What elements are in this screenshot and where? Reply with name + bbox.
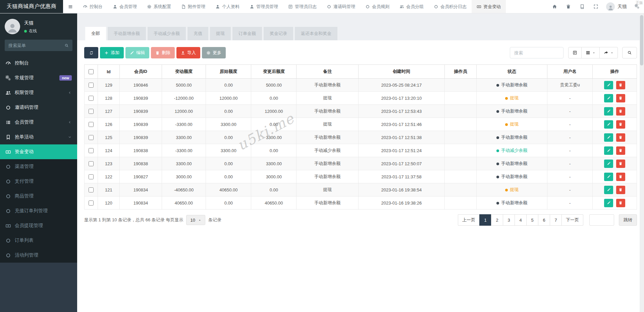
columns-button[interactable] (582, 47, 600, 58)
pagination-page[interactable]: 2 (491, 214, 503, 226)
row-edit-button[interactable] (604, 81, 613, 89)
sidebar-item[interactable]: 支付管理 (0, 174, 77, 189)
pagination-page[interactable]: 1 (479, 214, 491, 226)
row-checkbox[interactable] (89, 109, 94, 114)
topnav-item[interactable]: 控制台 (78, 0, 108, 13)
table-row[interactable]: 120 190834 40650.00 0.00 40650.00 手动新增余额… (85, 196, 637, 210)
tab[interactable]: 奖金记录 (264, 27, 293, 40)
row-checkbox[interactable] (89, 174, 94, 179)
sidebar-search-input[interactable] (8, 43, 64, 48)
row-checkbox[interactable] (89, 83, 94, 88)
row-checkbox[interactable] (89, 161, 94, 166)
sidebar-item[interactable]: 会员提现管理 (0, 218, 77, 233)
sidebar-item[interactable]: 渠道管理 (0, 159, 77, 174)
row-delete-button[interactable] (616, 186, 625, 194)
jump-page-input[interactable] (589, 214, 614, 226)
table-row[interactable]: 127 190839 12000.00 0.00 12000.00 手动新增余额… (85, 105, 637, 118)
topnav-item[interactable]: 个人资料 (210, 0, 245, 13)
row-delete-button[interactable] (616, 146, 625, 155)
row-edit-button[interactable] (604, 107, 613, 116)
search-submit-button[interactable] (622, 47, 637, 58)
scrollbar-thumb[interactable] (640, 15, 643, 65)
row-edit-button[interactable] (604, 186, 613, 194)
row-checkbox[interactable] (89, 148, 94, 153)
row-delete-button[interactable] (616, 173, 625, 181)
sidebar-item[interactable]: 邀请码管理 (0, 100, 77, 115)
add-button[interactable]: 添加 (100, 47, 124, 58)
tab[interactable]: 手动新增余额 (108, 27, 146, 40)
table-row[interactable]: 129 190846 5000.00 0.00 5000.00 手动新增余额 2… (85, 79, 637, 92)
refresh-button[interactable] (84, 47, 98, 58)
row-delete-button[interactable] (616, 199, 625, 207)
row-edit-button[interactable] (604, 94, 613, 102)
topnav-item[interactable]: 会员管理 (108, 0, 142, 13)
select-all-checkbox[interactable] (89, 69, 94, 74)
pagination-next[interactable]: 下一页 (561, 214, 583, 226)
sidebar-item[interactable]: 抢单活动 (0, 130, 77, 144)
sidebar-item[interactable]: 常规管理 new (0, 71, 77, 85)
table-row[interactable]: 126 190839 -3300.00 3300.00 0.00 提现 2023… (85, 118, 637, 131)
pagination-page[interactable]: 3 (503, 214, 515, 226)
table-row[interactable]: 124 190838 -3300.00 3300.00 0.00 手动减少余额 … (85, 144, 637, 157)
row-delete-button[interactable] (616, 94, 625, 102)
table-search-input[interactable] (510, 47, 564, 58)
row-edit-button[interactable] (604, 199, 613, 207)
topnav-item[interactable]: 会员积分日志 (429, 0, 472, 13)
row-checkbox[interactable] (89, 96, 94, 101)
tab[interactable]: 全部 (85, 27, 106, 40)
pagination-page[interactable]: 6 (538, 214, 550, 226)
delete-button[interactable]: 删除 (151, 47, 175, 58)
log-button[interactable] (575, 0, 589, 13)
row-delete-button[interactable] (616, 107, 625, 116)
sidebar-item[interactable]: 资金变动 (0, 144, 77, 159)
sidebar-item[interactable]: 权限管理 (0, 85, 77, 100)
row-checkbox[interactable] (89, 135, 94, 140)
table-row[interactable]: 128 190839 -12000.00 12000.00 0.00 提现 20… (85, 92, 637, 105)
row-delete-button[interactable] (616, 81, 625, 89)
sidebar-item[interactable]: 活动列管理 (0, 248, 77, 263)
jump-button[interactable]: 跳转 (619, 214, 637, 226)
topnav-item[interactable]: 管理员日志 (283, 0, 322, 13)
edit-button[interactable]: 编辑 (125, 47, 149, 58)
topnav-item[interactable]: 附件管理 (176, 0, 210, 13)
sidebar-item[interactable]: 订单列表 (0, 233, 77, 248)
pagination-page[interactable]: 7 (550, 214, 562, 226)
table-row[interactable]: 125 190839 3300.00 0.00 3300.00 手动新增余额 2… (85, 131, 637, 144)
topnav-item[interactable]: 会员规则 (360, 0, 394, 13)
row-edit-button[interactable] (604, 120, 613, 129)
sidebar-item[interactable]: 充值订单列管理 (0, 204, 77, 218)
pagination-page[interactable]: 5 (526, 214, 538, 226)
row-checkbox[interactable] (89, 187, 94, 192)
table-row[interactable]: 123 190838 3300.00 0.00 3300.00 手动新增余额 2… (85, 157, 637, 170)
detail-view-button[interactable] (568, 47, 582, 58)
pagination-page[interactable]: 4 (515, 214, 527, 226)
tab[interactable]: 充值 (187, 27, 208, 40)
sidebar-item[interactable]: 会员管理 (0, 115, 77, 130)
row-checkbox[interactable] (89, 122, 94, 127)
topnav-item[interactable]: 管理员管理 (245, 0, 283, 13)
tab[interactable]: 返还本金和奖金 (295, 27, 337, 40)
table-row[interactable]: 121 190834 -40650.00 40650.00 0.00 提现 20… (85, 183, 637, 196)
sidebar-toggle-button[interactable] (63, 0, 78, 13)
sidebar-item[interactable]: 控制台 (0, 56, 77, 71)
topbar-user-menu[interactable]: 天猫 (603, 0, 630, 13)
page-size-dropdown[interactable]: 10 (186, 215, 205, 225)
fullscreen-button[interactable] (589, 0, 603, 13)
tab[interactable]: 提现 (210, 27, 231, 40)
home-button[interactable] (548, 0, 561, 13)
clear-cache-button[interactable] (561, 0, 575, 13)
export-button[interactable] (600, 47, 618, 58)
topnav-item[interactable]: 会员分组 (394, 0, 429, 13)
sidebar-item[interactable]: 商品管理 (0, 189, 77, 204)
table-row[interactable]: 122 190827 3000.00 0.00 3000.00 手动新增余额 2… (85, 170, 637, 183)
scrollbar[interactable] (640, 13, 644, 312)
row-delete-button[interactable] (616, 160, 625, 168)
import-button[interactable]: 导入 (176, 47, 200, 58)
tab[interactable]: 手动减少余额 (148, 27, 186, 40)
row-delete-button[interactable] (616, 133, 625, 142)
topnav-item[interactable]: 系统配置 (142, 0, 176, 13)
row-edit-button[interactable] (604, 173, 613, 181)
row-edit-button[interactable] (604, 146, 613, 155)
row-checkbox[interactable] (89, 200, 94, 206)
row-edit-button[interactable] (604, 160, 613, 168)
